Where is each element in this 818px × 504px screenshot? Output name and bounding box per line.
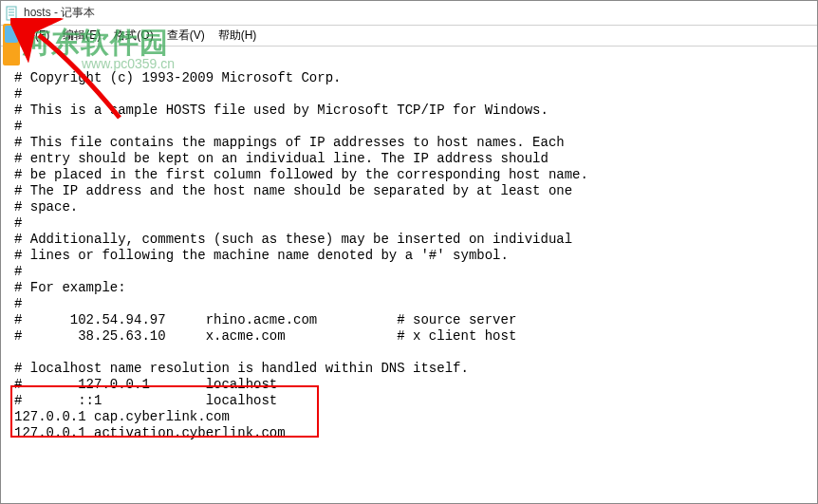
text-line: # bbox=[14, 296, 22, 311]
text-line: # entry should be kept on an individual … bbox=[14, 151, 548, 166]
window-title: hosts - 记事本 bbox=[24, 5, 95, 21]
text-content[interactable]: # Copyright (c) 1993-2009 Microsoft Corp… bbox=[1, 47, 817, 449]
menu-edit[interactable]: 编辑(E) bbox=[57, 26, 106, 46]
svg-rect-0 bbox=[7, 7, 16, 20]
text-line: # localhost name resolution is handled w… bbox=[14, 361, 469, 376]
menu-view[interactable]: 查看(V) bbox=[161, 26, 211, 46]
notepad-icon bbox=[5, 6, 20, 21]
text-line: # 102.54.94.97 rhino.acme.com # source s… bbox=[14, 312, 516, 327]
titlebar: hosts - 记事本 bbox=[1, 1, 817, 26]
menu-file[interactable]: 文件(F) bbox=[7, 26, 55, 46]
menubar: 文件(F) 编辑(E) 格式(O) 查看(V) 帮助(H) bbox=[1, 26, 817, 47]
text-line: # space. bbox=[14, 199, 78, 215]
menu-format[interactable]: 格式(O) bbox=[108, 26, 158, 46]
text-line: # bbox=[14, 86, 22, 102]
text-line: # bbox=[14, 119, 22, 134]
text-line: # ::1 localhost bbox=[14, 393, 277, 408]
text-line: # Copyright (c) 1993-2009 Microsoft Corp… bbox=[14, 70, 341, 85]
text-line: 127.0.0.1 activation.cyberlink.com bbox=[14, 425, 286, 440]
text-line: # For example: bbox=[14, 280, 126, 295]
text-line: # 38.25.63.10 x.acme.com # x client host bbox=[14, 328, 516, 344]
text-line: 127.0.0.1 cap.cyberlink.com bbox=[14, 409, 230, 424]
text-line: # The IP address and the host name shoul… bbox=[14, 183, 572, 198]
text-line: # be placed in the first column followed… bbox=[14, 167, 588, 182]
text-line: # bbox=[14, 264, 22, 279]
text-line: # 127.0.0.1 localhost bbox=[14, 377, 277, 392]
text-line: # Additionally, comments (such as these)… bbox=[14, 232, 572, 247]
menu-help[interactable]: 帮助(H) bbox=[213, 26, 263, 46]
text-line: # lines or following the machine name de… bbox=[14, 248, 509, 263]
text-line: # This is a sample HOSTS file used by Mi… bbox=[14, 103, 548, 118]
text-line: # bbox=[14, 215, 22, 231]
text-line: # This file contains the mappings of IP … bbox=[14, 135, 565, 150]
